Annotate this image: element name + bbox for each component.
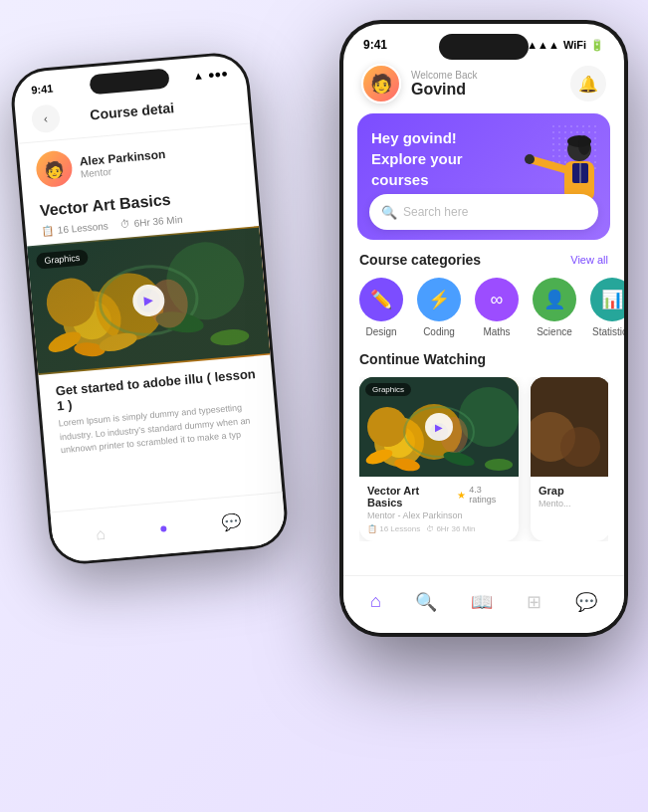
svg-point-5 xyxy=(163,239,248,323)
back-time: 9:41 xyxy=(31,83,54,97)
category-statistics[interactable]: 📊 Statistics xyxy=(590,278,624,337)
course-card-2[interactable]: Grap Mento... xyxy=(531,377,608,541)
card2-mentor: Mento... xyxy=(539,499,602,508)
coding-icon: ⚡ xyxy=(417,278,461,321)
welcome-text: Welcome Back xyxy=(411,70,478,81)
banner-line1: Hey govind! xyxy=(371,127,507,148)
svg-point-3 xyxy=(45,277,98,329)
svg-point-38 xyxy=(485,459,513,471)
back-play-button[interactable]: ▶ xyxy=(131,284,166,318)
back-course-title-header: Course detai xyxy=(59,97,205,125)
card1-rating-text: 4.3 ratings xyxy=(469,485,511,505)
back-nav-chat-icon[interactable]: 💬 xyxy=(221,512,243,533)
category-coding[interactable]: ⚡ Coding xyxy=(417,278,461,337)
front-phone: 9:41 ▲▲▲ WiFi 🔋 🧑 Welcome Back Govind 🔔 xyxy=(339,20,628,637)
grid-icon: ⊞ xyxy=(527,591,541,613)
search-icon: 🔍 xyxy=(381,205,397,220)
nav-home[interactable]: ⌂ xyxy=(362,587,389,616)
bottom-navigation: ⌂ 🔍 📖 ⊞ 💬 xyxy=(343,575,624,633)
categories-title: Course categories xyxy=(359,252,481,268)
statistics-label: Statistics xyxy=(592,326,624,337)
nav-book[interactable]: 📖 xyxy=(463,587,501,617)
categories-row: ✏️ Design ⚡ Coding ∞ Maths 👤 Science 📊 S… xyxy=(343,278,624,351)
card1-rating: ★ 4.3 ratings xyxy=(457,485,511,505)
continue-watching-section: Continue Watching xyxy=(343,351,624,541)
svg-rect-43 xyxy=(531,377,608,477)
front-status-icons: ▲▲▲ WiFi 🔋 xyxy=(527,39,604,52)
back-course-image[interactable]: Graphics ▶ xyxy=(27,226,270,375)
card1-lessons: 📋 16 Lessons xyxy=(367,524,420,533)
back-button[interactable]: ‹ xyxy=(31,103,61,133)
design-icon: ✏️ xyxy=(359,278,403,321)
card1-mentor: Mentor - Alex Parkinson xyxy=(367,510,511,520)
svg-point-10 xyxy=(74,341,106,357)
design-label: Design xyxy=(365,326,396,337)
chat-icon: 💬 xyxy=(575,591,597,613)
svg-point-11 xyxy=(98,329,139,354)
mentor-avatar: 🧑 xyxy=(35,149,74,188)
search-bar[interactable]: 🔍 Search here xyxy=(369,194,598,230)
card1-meta: 📋 16 Lessons ⏱ 6Hr 36 Min xyxy=(367,524,511,533)
notification-button[interactable]: 🔔 xyxy=(570,66,606,102)
svg-point-20 xyxy=(525,154,535,164)
svg-point-12 xyxy=(154,308,205,336)
back-status-icons: ▲●●● xyxy=(192,67,228,82)
back-nav-home-icon[interactable]: ⌂ xyxy=(96,524,107,543)
svg-point-13 xyxy=(210,327,250,346)
front-time: 9:41 xyxy=(363,38,387,52)
back-phone: 9:41 ▲●●● ‹ Course detai 🧑 Alex Parkinso… xyxy=(9,50,291,566)
banner: Hey govind! Explore your courses xyxy=(357,113,610,240)
dynamic-island xyxy=(439,34,529,60)
maths-icon: ∞ xyxy=(475,278,519,321)
back-nav-dot xyxy=(160,525,167,532)
course-card-1[interactable]: Graphics ▶ Vector Art Basics ★ 4.3 ratin… xyxy=(359,377,519,541)
nav-grid[interactable]: ⊞ xyxy=(519,587,549,617)
course-card-2-image xyxy=(531,377,608,477)
view-all-button[interactable]: View all xyxy=(570,254,608,266)
category-maths[interactable]: ∞ Maths xyxy=(475,278,519,337)
card1-title: Vector Art Basics xyxy=(367,485,457,508)
science-label: Science xyxy=(537,326,572,337)
nav-chat[interactable]: 💬 xyxy=(567,587,605,617)
back-bottom-nav: ⌂ 💬 xyxy=(50,492,287,563)
book-icon: 📖 xyxy=(471,591,493,613)
maths-label: Maths xyxy=(483,326,510,337)
svg-point-25 xyxy=(578,135,590,155)
banner-line2: Explore your courses xyxy=(371,148,507,190)
course-card-1-image: Graphics ▶ xyxy=(359,377,519,477)
banner-text: Hey govind! Explore your courses xyxy=(371,127,507,190)
coding-label: Coding xyxy=(423,326,455,337)
search-placeholder-text: Search here xyxy=(403,205,468,219)
back-graphics-badge: Graphics xyxy=(36,249,89,269)
home-icon: ⌂ xyxy=(370,591,381,612)
svg-point-29 xyxy=(367,407,407,447)
svg-point-2 xyxy=(71,300,112,341)
card1-play[interactable]: ▶ xyxy=(425,413,453,441)
svg-point-9 xyxy=(46,327,84,356)
statistics-icon: 📊 xyxy=(590,278,624,321)
card1-duration: ⏱ 6Hr 36 Min xyxy=(426,524,475,533)
continue-watching-title: Continue Watching xyxy=(359,351,608,367)
svg-point-1 xyxy=(61,289,123,351)
user-name: Govind xyxy=(411,81,478,99)
science-icon: 👤 xyxy=(533,278,576,321)
category-design[interactable]: ✏️ Design xyxy=(359,278,403,337)
front-header-left: 🧑 Welcome Back Govind xyxy=(361,64,478,103)
card1-badge: Graphics xyxy=(365,383,411,396)
category-science[interactable]: 👤 Science xyxy=(533,278,576,337)
nav-search[interactable]: 🔍 xyxy=(407,587,445,617)
front-header: 🧑 Welcome Back Govind 🔔 xyxy=(343,58,624,113)
courses-row: Graphics ▶ Vector Art Basics ★ 4.3 ratin… xyxy=(359,377,608,541)
user-avatar: 🧑 xyxy=(361,64,401,103)
card2-title: Grap xyxy=(539,485,602,497)
search-nav-icon: 🔍 xyxy=(415,591,437,613)
star-icon: ★ xyxy=(457,490,466,501)
categories-header: Course categories View all xyxy=(343,252,624,278)
svg-line-19 xyxy=(530,159,564,169)
